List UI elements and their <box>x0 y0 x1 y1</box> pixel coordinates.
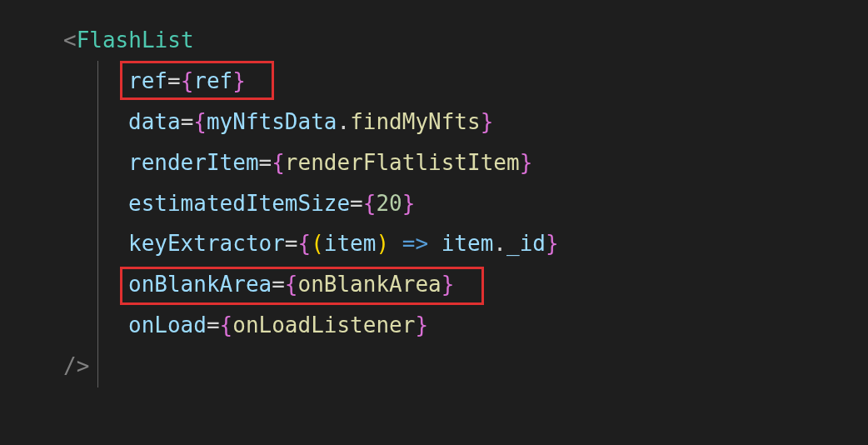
code-line-9: /> <box>63 346 868 387</box>
code-line-5: estimatedItemSize={20} <box>63 183 868 224</box>
value-onloadlistener: onLoadListener <box>232 312 415 338</box>
attr-ref: ref <box>128 68 167 93</box>
prop-findmynfts: findMyNfts <box>350 109 481 134</box>
code-line-2: ref={ref} <box>63 61 868 102</box>
arrow-token: => <box>389 231 441 256</box>
value-ref: ref <box>193 68 232 93</box>
code-line-4: renderItem={renderFlatlistItem} <box>63 142 868 183</box>
self-close: /> <box>63 353 89 378</box>
prop-id: _id <box>506 231 546 256</box>
attr-onblankarea: onBlankArea <box>128 272 272 297</box>
obj-mynftsdata: myNftsData <box>207 109 337 134</box>
angle-open: < <box>63 28 77 52</box>
obj-item: item <box>441 231 494 256</box>
component-name: FlashList <box>77 28 194 52</box>
code-line-6: keyExtractor={(item) => item._id} <box>63 223 868 264</box>
value-renderflatlistitem: renderFlatlistItem <box>285 150 520 175</box>
attr-onload: onLoad <box>128 312 207 338</box>
code-line-1: <FlashList <box>63 20 868 61</box>
attr-renderitem: renderItem <box>128 150 259 175</box>
attr-keyextractor: keyExtractor <box>128 231 285 256</box>
value-onblankarea: onBlankArea <box>298 272 441 297</box>
code-line-7: onBlankArea={onBlankArea} <box>63 264 868 305</box>
code-line-3: data={myNftsData.findMyNfts} <box>63 102 868 142</box>
code-line-8: onLoad={onLoadListener} <box>63 305 868 346</box>
value-20: 20 <box>376 191 402 216</box>
attr-data: data <box>128 109 181 134</box>
param-item: item <box>324 231 377 256</box>
attr-estimateditemsize: estimatedItemSize <box>128 191 350 216</box>
